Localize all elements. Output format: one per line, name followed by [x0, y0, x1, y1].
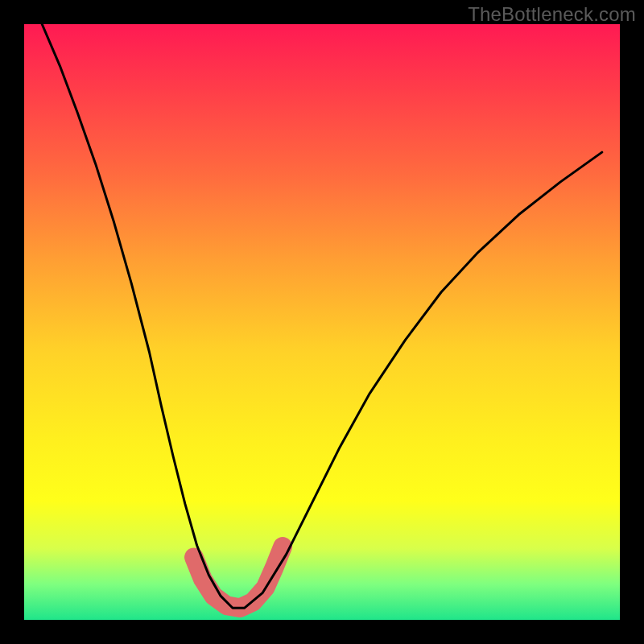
- chart-frame: [24, 24, 620, 620]
- watermark-text: TheBottleneck.com: [468, 3, 636, 26]
- chart-plot: [24, 24, 620, 620]
- marker-bumps: [194, 547, 283, 608]
- main-curve: [42, 24, 602, 608]
